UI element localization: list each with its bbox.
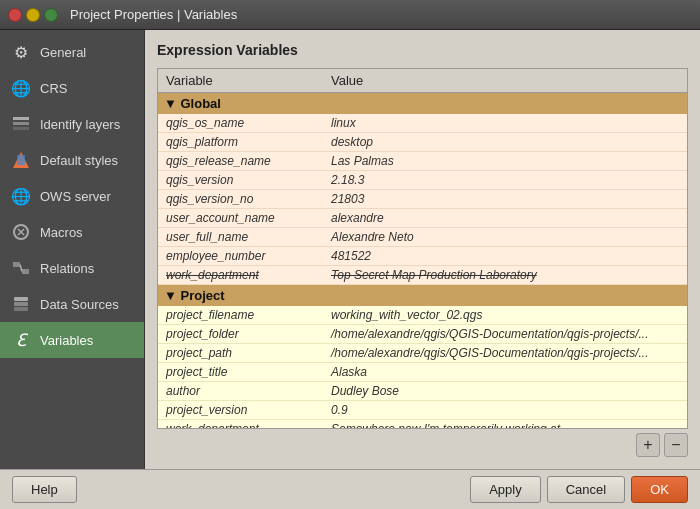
variable-cell: qgis_os_name: [158, 114, 323, 133]
value-cell: Alaska: [323, 363, 687, 382]
table-row[interactable]: work_departmentSomewhere new I'm tempora…: [158, 420, 687, 430]
value-cell: Dudley Bose: [323, 382, 687, 401]
svg-marker-4: [17, 155, 25, 165]
table-header-row: Variable Value: [158, 69, 687, 93]
add-icon: +: [643, 436, 652, 454]
identify-layers-icon: [10, 113, 32, 135]
apply-button[interactable]: Apply: [470, 476, 541, 503]
right-buttons: Apply Cancel OK: [470, 476, 688, 503]
value-cell: 481522: [323, 247, 687, 266]
section-arrow: ▼: [164, 288, 180, 303]
relations-icon: [10, 257, 32, 279]
variable-cell: qgis_release_name: [158, 152, 323, 171]
table-actions: + −: [157, 433, 688, 457]
panel-title: Expression Variables: [157, 42, 688, 58]
table-row[interactable]: project_path/home/alexandre/qgis/QGIS-Do…: [158, 344, 687, 363]
variable-cell: project_folder: [158, 325, 323, 344]
variable-cell: user_account_name: [158, 209, 323, 228]
main-panel: Expression Variables Variable Value ▼ Gl…: [145, 30, 700, 469]
value-cell: /home/alexandre/qgis/QGIS-Documentation/…: [323, 325, 687, 344]
value-cell: linux: [323, 114, 687, 133]
sidebar-item-macros[interactable]: Macros: [0, 214, 144, 250]
cancel-button[interactable]: Cancel: [547, 476, 625, 503]
sidebar: ⚙ General 🌐 CRS Identify layers Default …: [0, 30, 145, 469]
sidebar-item-crs[interactable]: 🌐 CRS: [0, 70, 144, 106]
titlebar: Project Properties | Variables: [0, 0, 700, 30]
variable-cell: work_department: [158, 420, 323, 430]
bottom-bar: Help Apply Cancel OK: [0, 469, 700, 509]
macros-icon: [10, 221, 32, 243]
col-header-value: Value: [323, 69, 687, 93]
svg-rect-2: [13, 127, 29, 130]
sidebar-label-identify-layers: Identify layers: [40, 117, 120, 132]
table-row[interactable]: project_titleAlaska: [158, 363, 687, 382]
sidebar-label-general: General: [40, 45, 86, 60]
sidebar-item-ows-server[interactable]: 🌐 OWS server: [0, 178, 144, 214]
table-row[interactable]: employee_number481522: [158, 247, 687, 266]
value-cell: Alexandre Neto: [323, 228, 687, 247]
remove-icon: −: [671, 436, 680, 454]
maximize-button[interactable]: [44, 8, 58, 22]
table-row[interactable]: user_full_nameAlexandre Neto: [158, 228, 687, 247]
close-button[interactable]: [8, 8, 22, 22]
svg-rect-10: [14, 302, 28, 306]
general-icon: ⚙: [10, 41, 32, 63]
titlebar-buttons: [8, 8, 58, 22]
table-row[interactable]: work_departmentTop Secret Map Production…: [158, 266, 687, 285]
value-cell: 0.9: [323, 401, 687, 420]
sidebar-item-identify-layers[interactable]: Identify layers: [0, 106, 144, 142]
variable-cell: qgis_platform: [158, 133, 323, 152]
table-row[interactable]: project_filenameworking_with_vector_02.q…: [158, 306, 687, 325]
svg-rect-0: [13, 117, 29, 120]
variable-cell: project_path: [158, 344, 323, 363]
sidebar-item-data-sources[interactable]: Data Sources: [0, 286, 144, 322]
ok-button[interactable]: OK: [631, 476, 688, 503]
value-cell: Top Secret Map Production Laboratory: [323, 266, 687, 285]
svg-rect-9: [14, 297, 28, 301]
default-styles-icon: [10, 149, 32, 171]
table-row[interactable]: qgis_release_nameLas Palmas: [158, 152, 687, 171]
sidebar-label-macros: Macros: [40, 225, 83, 240]
sidebar-label-crs: CRS: [40, 81, 67, 96]
value-cell: 2.18.3: [323, 171, 687, 190]
table-row[interactable]: qgis_version2.18.3: [158, 171, 687, 190]
sidebar-label-default-styles: Default styles: [40, 153, 118, 168]
sidebar-label-relations: Relations: [40, 261, 94, 276]
value-cell: working_with_vector_02.qgs: [323, 306, 687, 325]
table-row[interactable]: qgis_platformdesktop: [158, 133, 687, 152]
section-arrow: ▼: [164, 96, 180, 111]
variable-cell: project_version: [158, 401, 323, 420]
remove-variable-button[interactable]: −: [664, 433, 688, 457]
table-row[interactable]: qgis_version_no21803: [158, 190, 687, 209]
content-area: ⚙ General 🌐 CRS Identify layers Default …: [0, 30, 700, 469]
col-header-variable: Variable: [158, 69, 323, 93]
section-header-global: ▼ Global: [158, 93, 687, 115]
variables-table-container[interactable]: Variable Value ▼ Globalqgis_os_namelinux…: [157, 68, 688, 429]
variable-cell: author: [158, 382, 323, 401]
add-variable-button[interactable]: +: [636, 433, 660, 457]
variable-cell: qgis_version: [158, 171, 323, 190]
table-row[interactable]: qgis_os_namelinux: [158, 114, 687, 133]
variable-cell: work_department: [158, 266, 323, 285]
value-cell: Las Palmas: [323, 152, 687, 171]
sidebar-item-variables[interactable]: Ɛ Variables: [0, 322, 144, 358]
value-cell: alexandre: [323, 209, 687, 228]
table-row[interactable]: project_folder/home/alexandre/qgis/QGIS-…: [158, 325, 687, 344]
help-button[interactable]: Help: [12, 476, 77, 503]
minimize-button[interactable]: [26, 8, 40, 22]
table-row[interactable]: project_version0.9: [158, 401, 687, 420]
table-row[interactable]: user_account_namealexandre: [158, 209, 687, 228]
value-cell: Somewhere new I'm temporarily working at…: [323, 420, 687, 430]
variables-table: Variable Value ▼ Globalqgis_os_namelinux…: [158, 69, 687, 429]
value-cell: 21803: [323, 190, 687, 209]
sidebar-label-variables: Variables: [40, 333, 93, 348]
sidebar-label-ows-server: OWS server: [40, 189, 111, 204]
variable-cell: user_full_name: [158, 228, 323, 247]
window-title: Project Properties | Variables: [70, 7, 237, 22]
table-row[interactable]: authorDudley Bose: [158, 382, 687, 401]
sidebar-item-general[interactable]: ⚙ General: [0, 34, 144, 70]
sidebar-item-relations[interactable]: Relations: [0, 250, 144, 286]
sidebar-item-default-styles[interactable]: Default styles: [0, 142, 144, 178]
svg-rect-1: [13, 122, 29, 125]
svg-rect-7: [22, 269, 29, 274]
